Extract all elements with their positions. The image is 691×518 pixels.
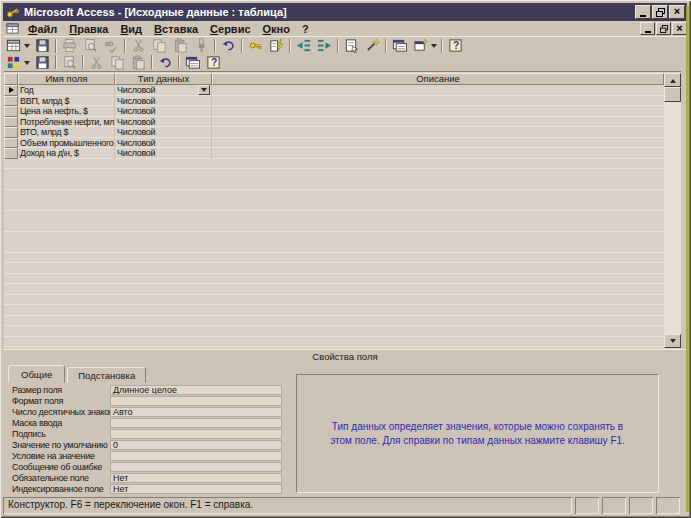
property-value-field[interactable] <box>110 429 282 439</box>
close-button[interactable]: × <box>669 5 685 19</box>
menu-help[interactable]: ? <box>296 23 315 35</box>
spelling-button[interactable]: ab <box>101 38 122 54</box>
tab-lookup[interactable]: Подстановка <box>67 367 146 383</box>
field-type-cell[interactable]: Числовой <box>115 127 212 138</box>
property-value-field[interactable] <box>110 418 282 428</box>
field-description-cell[interactable] <box>212 85 664 96</box>
field-name-cell[interactable]: Объем промышленного прои <box>18 138 115 149</box>
help-button-2[interactable]: ? <box>203 54 224 70</box>
build-button[interactable] <box>362 38 383 54</box>
cut-button-2[interactable] <box>86 54 107 70</box>
field-description-cell[interactable] <box>212 117 664 128</box>
property-value-field[interactable] <box>110 462 282 472</box>
scrollbar-thumb[interactable] <box>664 87 681 102</box>
primary-key-button[interactable] <box>245 38 266 54</box>
property-value-field[interactable]: Нет <box>110 484 282 494</box>
minimize-button[interactable] <box>635 5 651 19</box>
paste-button-2[interactable] <box>128 54 149 70</box>
copy-button-2[interactable] <box>107 54 128 70</box>
field-row[interactable]: ВВП, млрд $ Числовой <box>4 96 664 107</box>
property-value-field[interactable] <box>110 396 282 406</box>
print-preview-button-2[interactable] <box>59 54 80 70</box>
row-selector[interactable] <box>4 96 18 107</box>
insert-rows-button[interactable] <box>293 38 314 54</box>
field-row[interactable]: Доход на д\н, $ Числовой <box>4 148 664 159</box>
field-description-cell[interactable] <box>212 127 664 138</box>
table-system-menu-icon[interactable] <box>6 22 19 35</box>
field-description-cell[interactable] <box>212 96 664 107</box>
paste-button[interactable] <box>170 38 191 54</box>
format-painter-button[interactable] <box>191 38 212 54</box>
undo-button[interactable] <box>218 38 239 54</box>
field-type-cell[interactable]: Числовой <box>115 148 212 159</box>
view-mode-dropdown-arrow[interactable] <box>24 61 30 68</box>
field-row[interactable]: ВТО, млрд $ Числовой <box>4 127 664 138</box>
row-selector-current[interactable] <box>4 85 18 96</box>
scrollbar-down-button[interactable] <box>664 334 681 348</box>
field-row[interactable]: Цена на нефть, $ Числовой <box>4 106 664 117</box>
new-object-dropdown-arrow[interactable] <box>431 44 437 51</box>
row-selector[interactable] <box>4 117 18 128</box>
child-close-button[interactable]: × <box>672 22 687 35</box>
database-window-button[interactable] <box>389 38 410 54</box>
properties-button[interactable] <box>341 38 362 54</box>
field-description-cell[interactable] <box>212 106 664 117</box>
indexes-button[interactable] <box>266 38 287 54</box>
column-header-description[interactable]: Описание <box>212 73 664 85</box>
field-name-cell[interactable]: Год <box>18 85 115 96</box>
row-selector[interactable] <box>4 138 18 149</box>
field-row[interactable]: Год Числовой <box>4 85 664 96</box>
property-value-field[interactable]: 0 <box>110 440 282 450</box>
field-name-cell[interactable]: ВТО, млрд $ <box>18 127 115 138</box>
field-name-cell[interactable]: Потребление нефти, млн т <box>18 117 115 128</box>
help-button[interactable]: ? <box>445 38 466 54</box>
property-value-field[interactable]: Авто <box>110 407 282 417</box>
menu-file[interactable]: Файл <box>22 23 63 35</box>
menu-insert[interactable]: Вставка <box>148 23 204 35</box>
copy-button[interactable] <box>149 38 170 54</box>
view-button[interactable] <box>3 38 24 54</box>
menu-edit[interactable]: Правка <box>63 23 114 35</box>
field-type-cell[interactable]: Числовой <box>115 117 212 128</box>
column-header-name[interactable]: Имя поля <box>18 73 115 85</box>
field-type-cell[interactable]: Числовой <box>115 106 212 117</box>
menu-tools[interactable]: Сервис <box>204 23 256 35</box>
menu-window[interactable]: Окно <box>257 23 296 35</box>
property-value-field[interactable]: Нет <box>110 473 282 483</box>
save-button[interactable] <box>32 38 53 54</box>
property-value-field[interactable]: Длинное целое <box>110 385 282 395</box>
field-type-cell[interactable]: Числовой <box>115 138 212 149</box>
scrollbar-up-button[interactable] <box>664 73 681 87</box>
field-name-cell[interactable]: Доход на д\н, $ <box>18 148 115 159</box>
row-selector[interactable] <box>4 148 18 159</box>
field-name-cell[interactable]: ВВП, млрд $ <box>18 96 115 107</box>
restore-button[interactable] <box>652 5 668 19</box>
field-row[interactable]: Потребление нефти, млн т Числовой <box>4 117 664 128</box>
child-restore-button[interactable] <box>656 22 671 35</box>
view-mode-button[interactable] <box>3 54 24 70</box>
column-header-type[interactable]: Тип данных <box>115 73 212 85</box>
type-dropdown-button[interactable] <box>198 85 210 95</box>
vertical-scrollbar[interactable] <box>664 73 681 348</box>
new-object-button[interactable] <box>410 38 431 54</box>
row-selector[interactable] <box>4 127 18 138</box>
row-selector[interactable] <box>4 106 18 117</box>
field-description-cell[interactable] <box>212 138 664 149</box>
tab-general[interactable]: Общие <box>8 365 65 383</box>
field-name-cell[interactable]: Цена на нефть, $ <box>18 106 115 117</box>
view-dropdown-arrow[interactable] <box>24 44 30 51</box>
database-window-button-2[interactable] <box>182 54 203 70</box>
menu-view[interactable]: Вид <box>114 23 148 35</box>
field-type-cell[interactable]: Числовой <box>115 96 212 107</box>
undo-button-2[interactable] <box>155 54 176 70</box>
print-preview-button[interactable] <box>80 38 101 54</box>
print-button[interactable] <box>59 38 80 54</box>
save-button-2[interactable] <box>32 54 53 70</box>
field-row[interactable]: Объем промышленного прои Числовой <box>4 138 664 149</box>
cut-button[interactable] <box>128 38 149 54</box>
field-description-cell[interactable] <box>212 148 664 159</box>
child-minimize-button[interactable] <box>640 22 655 35</box>
property-value-field[interactable] <box>110 451 282 461</box>
field-type-cell[interactable]: Числовой <box>115 85 212 96</box>
delete-rows-button[interactable] <box>314 38 335 54</box>
